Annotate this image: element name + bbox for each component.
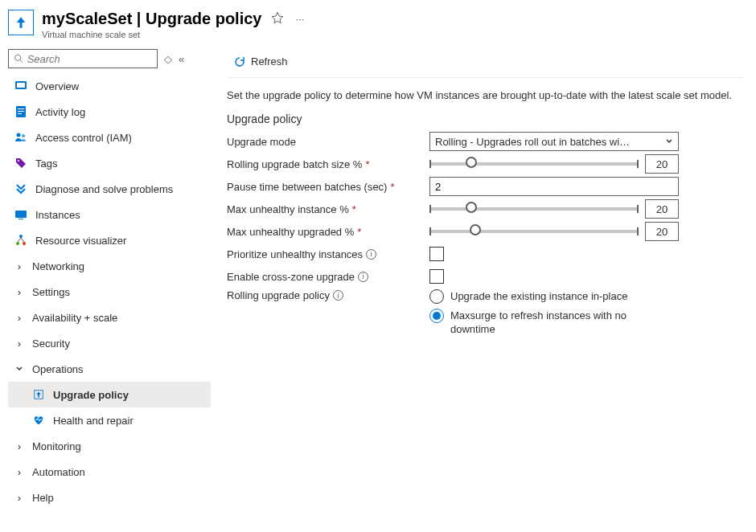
- max-unhealthy-upgraded-slider[interactable]: [429, 225, 639, 238]
- max-unhealthy-slider[interactable]: [429, 203, 639, 215]
- label-max-unhealthy: Max unhealthy instance %: [227, 203, 349, 215]
- page-subtitle: Virtual machine scale set: [42, 30, 304, 39]
- refresh-icon: [233, 55, 246, 68]
- svg-point-14: [16, 242, 19, 245]
- sidebar-group-help[interactable]: ›Help: [8, 485, 211, 510]
- page-title: myScaleSet | Upgrade policy: [42, 10, 261, 28]
- page-header: myScaleSet | Upgrade policy ··· Virtual …: [0, 0, 756, 46]
- pin-icon[interactable]: ◇: [164, 53, 172, 65]
- sidebar-item-resource-visualizer[interactable]: Resource visualizer: [8, 227, 211, 253]
- svg-point-0: [15, 55, 21, 60]
- refresh-button[interactable]: Refresh: [227, 52, 294, 72]
- sidebar-group-monitoring[interactable]: ›Monitoring: [8, 433, 211, 459]
- upgrade-mode-dropdown[interactable]: Rolling - Upgrades roll out in batches w…: [429, 132, 679, 151]
- more-icon[interactable]: ···: [295, 13, 304, 25]
- label-max-unhealthy-upgraded: Max unhealthy upgraded %: [227, 226, 354, 238]
- sidebar-item-upgrade-policy[interactable]: Upgrade policy: [8, 382, 211, 407]
- sidebar-group-settings[interactable]: ›Settings: [8, 279, 211, 305]
- label-batch-size: Rolling upgrade batch size %: [227, 158, 362, 170]
- main-content: Refresh Set the upgrade policy to determ…: [211, 46, 756, 510]
- chevron-right-icon: ›: [14, 338, 24, 348]
- chevron-down-icon: [665, 137, 673, 145]
- diagnose-icon: [14, 182, 27, 195]
- svg-rect-7: [18, 113, 22, 114]
- info-icon[interactable]: i: [358, 272, 368, 282]
- cross-zone-checkbox[interactable]: [429, 269, 444, 284]
- svg-line-16: [18, 238, 21, 242]
- radio-maxsurge-label: Maxsurge to refresh instances with no do…: [450, 309, 659, 337]
- sidebar-item-instances[interactable]: Instances: [8, 202, 211, 227]
- people-icon: [14, 131, 27, 144]
- sidebar-item-activity-log[interactable]: Activity log: [8, 99, 211, 125]
- svg-rect-3: [17, 83, 25, 88]
- svg-rect-6: [18, 111, 24, 112]
- chevron-right-icon: ›: [14, 287, 24, 297]
- description: Set the upgrade policy to determine how …: [227, 89, 743, 101]
- tag-icon: [14, 157, 27, 170]
- radio-maxsurge[interactable]: [429, 309, 444, 323]
- batch-size-slider[interactable]: [429, 158, 639, 170]
- sidebar-group-availability[interactable]: ›Availability + scale: [8, 305, 211, 330]
- pause-time-input[interactable]: [429, 177, 679, 196]
- chevron-down-icon: [14, 364, 24, 374]
- chevron-right-icon: ›: [14, 467, 24, 477]
- search-input[interactable]: [27, 53, 152, 65]
- health-icon: [32, 414, 45, 427]
- svg-line-17: [21, 238, 24, 242]
- label-rolling-policy: Rolling upgrade policy: [227, 289, 330, 301]
- sidebar-item-access-control[interactable]: Access control (IAM): [8, 125, 211, 150]
- svg-rect-5: [18, 108, 24, 109]
- svg-point-13: [19, 235, 23, 238]
- sidebar-group-security[interactable]: ›Security: [8, 330, 211, 356]
- sidebar-item-overview[interactable]: Overview: [8, 73, 211, 99]
- resource-icon: [8, 10, 34, 35]
- sidebar: ◇ « Overview Activity log Access control…: [0, 46, 211, 510]
- label-prioritize-unhealthy: Prioritize unhealthy instances: [227, 248, 363, 260]
- required-indicator: *: [390, 181, 394, 193]
- toolbar: Refresh: [227, 46, 743, 78]
- svg-rect-12: [18, 219, 23, 219]
- svg-point-10: [18, 160, 19, 162]
- upgrade-icon: [32, 388, 45, 401]
- max-unhealthy-upgraded-value[interactable]: 20: [645, 222, 679, 241]
- svg-point-15: [23, 242, 26, 245]
- chevron-right-icon: ›: [14, 441, 24, 451]
- chevron-right-icon: ›: [14, 261, 24, 271]
- svg-point-8: [17, 133, 21, 137]
- visualizer-icon: [14, 234, 27, 247]
- sidebar-item-health-repair[interactable]: Health and repair: [8, 407, 211, 433]
- label-pause-time: Pause time between batches (sec): [227, 181, 387, 193]
- chevron-right-icon: ›: [14, 493, 24, 502]
- section-title: Upgrade policy: [227, 113, 743, 125]
- radio-inplace-label: Upgrade the existing instance in-place: [450, 289, 627, 304]
- required-indicator: *: [357, 226, 361, 238]
- overview-icon: [14, 80, 27, 92]
- log-icon: [14, 105, 27, 118]
- prioritize-unhealthy-checkbox[interactable]: [429, 247, 444, 261]
- info-icon[interactable]: i: [333, 290, 343, 301]
- sidebar-item-diagnose[interactable]: Diagnose and solve problems: [8, 176, 211, 202]
- sidebar-group-automation[interactable]: ›Automation: [8, 459, 211, 485]
- sidebar-item-tags[interactable]: Tags: [8, 150, 211, 176]
- required-indicator: *: [352, 203, 356, 215]
- svg-rect-11: [15, 211, 27, 218]
- search-icon: [14, 53, 24, 64]
- chevron-right-icon: ›: [14, 313, 24, 322]
- required-indicator: *: [365, 158, 369, 170]
- sidebar-group-operations[interactable]: Operations: [8, 356, 211, 382]
- collapse-sidebar-icon[interactable]: «: [179, 53, 184, 65]
- info-icon[interactable]: i: [366, 249, 376, 260]
- label-cross-zone: Enable cross-zone upgrade: [227, 271, 355, 283]
- search-box[interactable]: [8, 49, 158, 68]
- max-unhealthy-value[interactable]: 20: [645, 199, 679, 219]
- favorite-icon[interactable]: [271, 11, 284, 27]
- radio-inplace[interactable]: [429, 289, 444, 304]
- svg-point-9: [22, 134, 25, 137]
- sidebar-group-networking[interactable]: ›Networking: [8, 253, 211, 279]
- label-upgrade-mode: Upgrade mode: [227, 136, 296, 148]
- instances-icon: [14, 208, 27, 221]
- svg-line-1: [20, 60, 23, 63]
- batch-size-value[interactable]: 20: [645, 154, 679, 174]
